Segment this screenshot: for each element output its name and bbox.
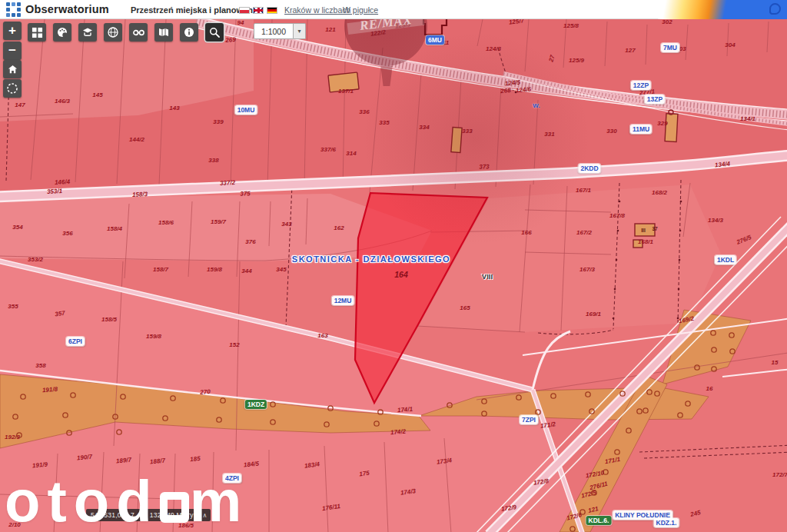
zoom-in-button[interactable]: + bbox=[3, 22, 22, 40]
poland-flag[interactable] bbox=[239, 7, 250, 14]
scale-dropdown-button[interactable]: ▾ bbox=[294, 23, 306, 39]
link-icon bbox=[132, 26, 145, 39]
map-canvas[interactable] bbox=[0, 0, 787, 532]
search-button[interactable] bbox=[205, 23, 224, 42]
search-icon bbox=[208, 26, 221, 38]
link-krakow-w-liczbach[interactable]: Kraków w liczbach bbox=[284, 5, 350, 15]
corner-graphic bbox=[658, 0, 787, 19]
target-circle-icon bbox=[6, 82, 18, 95]
layers-icon bbox=[81, 26, 94, 38]
globe-icon bbox=[107, 26, 119, 38]
map-sheets-button[interactable] bbox=[154, 23, 173, 42]
palette-icon bbox=[56, 26, 68, 38]
grid-icon bbox=[32, 27, 43, 38]
zoom-out-button[interactable]: − bbox=[3, 42, 22, 60]
link-w-pigulce[interactable]: W pigułce bbox=[343, 5, 378, 15]
layout-grid-button[interactable] bbox=[28, 23, 46, 42]
layers-button[interactable] bbox=[78, 23, 97, 42]
scale-selector: 1:1000 ▾ bbox=[254, 23, 306, 39]
info-icon bbox=[183, 26, 195, 38]
app-title: Obserwatorium bbox=[25, 3, 109, 15]
basemap-style-button[interactable] bbox=[53, 23, 71, 42]
scale-value[interactable]: 1:1000 bbox=[254, 23, 294, 39]
obserwatorium-app: 147146/3145143339144/2338146/4353/1158/3… bbox=[0, 0, 787, 532]
coordinates-statusbar: 540 531,044 7 419 132,549 Metry ∧ bbox=[86, 509, 211, 521]
header: Obserwatorium Przestrzeń miejska i plano… bbox=[0, 0, 787, 19]
location-search-icon bbox=[769, 3, 781, 15]
home-icon bbox=[7, 64, 18, 75]
obserwatorium-logo-icon bbox=[6, 2, 21, 17]
home-button[interactable] bbox=[3, 60, 22, 78]
globe-button[interactable] bbox=[104, 23, 122, 42]
info-button[interactable] bbox=[180, 23, 198, 42]
map[interactable]: 147146/3145143339144/2338146/4353/1158/3… bbox=[0, 0, 787, 532]
chevron-down-icon: ▾ bbox=[297, 28, 301, 35]
folded-map-icon bbox=[158, 26, 170, 38]
zoom-control: + − bbox=[3, 22, 22, 62]
united-kingdom-flag[interactable] bbox=[253, 7, 264, 14]
locate-button[interactable] bbox=[3, 79, 22, 98]
coordinates-readout: 540 531,044 7 419 132,549 Metry bbox=[86, 509, 198, 521]
share-link-button[interactable] bbox=[129, 23, 148, 42]
germany-flag[interactable] bbox=[267, 7, 277, 14]
statusbar-collapse-button[interactable]: ∧ bbox=[198, 509, 211, 521]
